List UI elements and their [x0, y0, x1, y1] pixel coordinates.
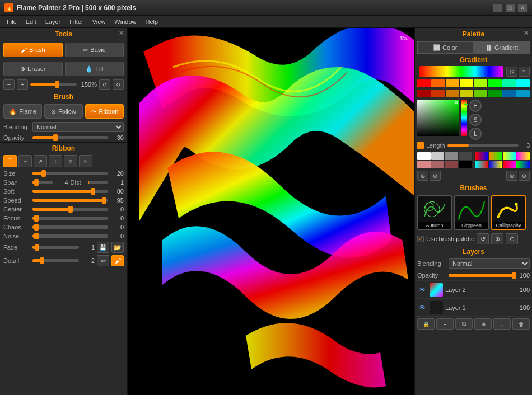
center-slider[interactable] — [32, 208, 108, 211]
menu-layer[interactable]: Layer — [41, 17, 66, 26]
swatch-15[interactable] — [502, 90, 516, 97]
menu-edit[interactable]: Edit — [21, 17, 41, 26]
blending-select[interactable]: Normal Multiply Screen Overlay — [32, 122, 124, 132]
brush-biggreen[interactable]: Biggreen — [454, 195, 489, 230]
saturation-brightness-picker[interactable]: + — [417, 100, 459, 136]
reset-zoom-button[interactable]: ↺ — [99, 79, 110, 90]
swatch-11[interactable] — [446, 90, 459, 97]
hue-button[interactable]: H — [469, 100, 482, 112]
fill-button[interactable]: 💧 Fill — [65, 62, 124, 76]
use-palette-checkbox[interactable]: ✓ — [417, 236, 424, 242]
gray-8[interactable] — [459, 161, 472, 168]
tools-close-button[interactable]: ✕ — [119, 30, 124, 37]
gray-3[interactable] — [445, 152, 458, 160]
opacity-slider[interactable] — [32, 136, 108, 139]
flame-button[interactable]: 🔥 Flame — [3, 104, 42, 119]
fade-save-button[interactable]: 💾 — [97, 242, 109, 253]
ec-1[interactable] — [475, 152, 489, 160]
fade-slider[interactable] — [32, 246, 79, 249]
layers-blending-select[interactable]: Normal Multiply Screen — [449, 258, 530, 269]
gradient-tab[interactable]: ▐▌ Gradient — [474, 41, 530, 54]
brush-autumn[interactable]: Autumn — [417, 195, 452, 230]
swatch-6[interactable] — [488, 79, 501, 87]
ribbon-tool-3[interactable]: ↗ — [34, 155, 47, 167]
menu-file[interactable]: File — [2, 17, 21, 26]
layer-add-button[interactable]: + — [436, 318, 454, 330]
palette-add-button[interactable]: ⊕ — [491, 233, 503, 244]
gray-2[interactable] — [431, 152, 445, 160]
minimize-button[interactable]: ─ — [493, 3, 503, 12]
palette-close-button[interactable]: ✕ — [524, 30, 529, 37]
layers-opacity-slider[interactable] — [449, 274, 514, 277]
close-button[interactable]: ✕ — [517, 3, 528, 12]
swatch-12[interactable] — [460, 90, 473, 97]
soft-slider[interactable] — [32, 190, 108, 193]
swatch-13[interactable] — [474, 90, 487, 97]
saturation-button[interactable]: S — [469, 114, 482, 126]
detail-brush-button[interactable]: 🖌 — [111, 255, 124, 266]
gray-5[interactable] — [417, 161, 431, 168]
detail-pencil-button[interactable]: ✏ — [97, 255, 109, 266]
ec-2[interactable] — [489, 152, 502, 160]
ribbon-button[interactable]: 〜 Ribbon — [85, 104, 124, 119]
ribbon-tool-4[interactable]: ↕ — [49, 155, 62, 167]
ribbon-tool-5[interactable]: ✕ — [64, 155, 77, 167]
menu-help[interactable]: Help — [141, 17, 162, 26]
length-slider[interactable] — [447, 144, 519, 147]
add-swatch-button[interactable]: ⊕ — [417, 171, 428, 181]
size-slider[interactable] — [32, 172, 108, 175]
swatch-9[interactable] — [417, 90, 431, 97]
brush-button[interactable]: 🖌 Brush — [3, 43, 63, 57]
swatch-3[interactable] — [446, 79, 459, 87]
gradient-menu-button[interactable]: ≡ — [519, 67, 530, 77]
span-slider[interactable] — [32, 181, 53, 184]
ec-7[interactable] — [503, 161, 516, 168]
basic-button[interactable]: ✏ Basic — [65, 43, 124, 57]
redo-zoom-button[interactable]: ↻ — [113, 79, 124, 90]
ribbon-tool-6[interactable]: ∿ — [79, 155, 92, 167]
lightness-button[interactable]: L — [469, 128, 482, 140]
layer-delete-button[interactable]: 🗑 — [512, 318, 530, 330]
ec-4[interactable] — [516, 152, 530, 160]
detail-slider[interactable] — [32, 259, 79, 262]
remove-swatch-button[interactable]: ⊖ — [430, 171, 441, 181]
gray-4[interactable] — [459, 152, 472, 160]
add-gradient-button[interactable]: ⊕ — [506, 171, 517, 181]
swatch-2[interactable] — [431, 79, 445, 87]
layer-2-visibility-button[interactable]: 👁 — [417, 285, 427, 295]
layer-move-down-button[interactable]: ↓ — [493, 318, 511, 330]
swatch-16[interactable] — [516, 90, 530, 97]
follow-button[interactable]: ⊙ Follow — [44, 104, 83, 119]
ec-5[interactable] — [475, 161, 489, 168]
maximize-button[interactable]: □ — [505, 3, 515, 12]
layer-duplicate-button[interactable]: ⧉ — [455, 318, 473, 330]
ec-3[interactable] — [503, 152, 516, 160]
menu-filter[interactable]: Filter — [65, 17, 87, 26]
zoom-in-button[interactable]: + — [17, 79, 28, 90]
ribbon-tool-2[interactable]: ⌣ — [18, 155, 32, 167]
palette-refresh-button[interactable]: ↺ — [477, 233, 489, 244]
speed-slider[interactable] — [32, 199, 108, 202]
fade-load-button[interactable]: 📂 — [111, 242, 124, 253]
swatch-5[interactable] — [474, 79, 487, 87]
chaos-slider[interactable] — [32, 225, 108, 229]
eraser-button[interactable]: ⊗ Eraser — [3, 62, 63, 76]
gray-1[interactable] — [417, 152, 431, 160]
menu-window[interactable]: Window — [110, 17, 141, 26]
layer-merge-button[interactable]: ⊕ — [474, 318, 492, 330]
swatch-8[interactable] — [516, 79, 530, 87]
swatch-14[interactable] — [488, 90, 501, 97]
swatch-10[interactable] — [431, 90, 445, 97]
ec-6[interactable] — [489, 161, 502, 168]
remove-gradient-button[interactable]: ⊖ — [519, 171, 530, 181]
noise-slider[interactable] — [32, 234, 108, 238]
swatch-4[interactable] — [460, 79, 473, 87]
gradient-copy-button[interactable]: ⎘ — [506, 67, 517, 77]
canvas-area[interactable]: ✏ — [128, 28, 414, 395]
layer-1-visibility-button[interactable]: 👁 — [417, 303, 427, 313]
menu-view[interactable]: View — [88, 17, 110, 26]
ribbon-tool-1[interactable]: ⌒ — [3, 155, 17, 167]
zoom-slider[interactable] — [30, 83, 77, 86]
brush-calligraphy[interactable]: Calligraphy — [491, 195, 526, 230]
layer-lock-button[interactable]: 🔒 — [417, 318, 435, 330]
